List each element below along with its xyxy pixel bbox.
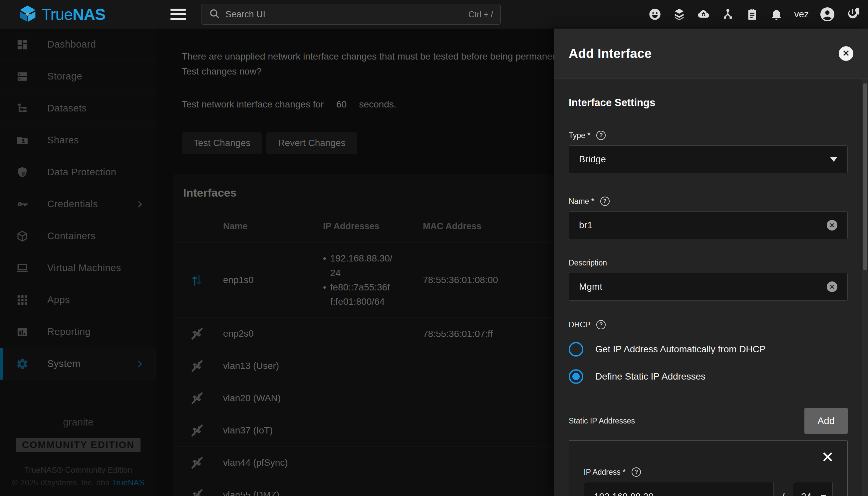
ip-address-label: IP Address * ? [584,467,833,477]
search-icon [209,8,220,21]
feedback-smiley-icon[interactable] [648,7,662,21]
description-input[interactable]: Mgmt ✕ [569,273,848,301]
chevron-down-icon [830,157,837,162]
search-placeholder: Search UI [225,9,463,20]
truenas-app: TrueNAS Search UI Ctrl + / [0,0,868,496]
add-interface-panel: Add Interface ✕ Interface Settings Type … [554,29,868,496]
user-avatar-icon[interactable] [820,7,835,22]
scrollbar[interactable] [862,79,868,496]
chevron-down-icon [820,495,826,496]
name-input[interactable]: br1 ✕ [569,211,848,239]
modal-backdrop[interactable] [0,29,554,496]
panel-header: Add Interface ✕ [554,29,868,78]
search-shortcut: Ctrl + / [468,10,493,19]
panel-title: Add Interface [569,46,652,61]
help-icon[interactable]: ? [596,131,605,140]
add-static-ip-button[interactable]: Add [804,408,848,434]
topbar: TrueNAS Search UI Ctrl + / [0,0,868,29]
jobs-clipboard-icon[interactable] [746,7,759,21]
scrollbar-thumb[interactable] [863,83,867,270]
help-icon[interactable]: ? [632,467,641,477]
username-text: vez [794,9,809,20]
delete-entry-icon[interactable]: ✕ [821,449,834,465]
truecommand-layers-icon[interactable] [673,7,686,21]
api-nodes-icon[interactable] [721,7,734,21]
static-ips-header: Static IP Addresses Add [569,408,848,434]
clear-icon[interactable]: ✕ [827,220,837,231]
truenas-connect-cloud-icon[interactable] [697,7,710,21]
radio-dhcp-auto[interactable]: Get IP Address Automatically from DHCP [569,342,848,357]
ip-input-row: 192.168.88.30 / 24 [584,482,833,496]
help-icon[interactable]: ? [600,197,610,206]
name-field-label: Name * ? [569,197,848,206]
panel-body: Interface Settings Type * ? Bridge Name … [554,79,862,496]
alerts-bell-icon[interactable] [770,7,783,21]
truenas-logo[interactable]: TrueNAS [0,4,105,24]
radio-static-ip[interactable]: Define Static IP Addresses [569,369,848,384]
truenas-logo-mark-icon [18,4,37,24]
search-input[interactable]: Search UI Ctrl + / [201,4,501,25]
menu-toggle-icon[interactable] [170,9,186,20]
radio-icon [569,342,583,357]
ip-address-input[interactable]: 192.168.88.30 [584,482,774,496]
radio-selected-icon [569,369,583,384]
section-title: Interface Settings [569,97,848,109]
static-ip-entry-card: ✕ IP Address * ? 192.168.88.30 / 24 [569,440,848,496]
type-select[interactable]: Bridge [569,145,848,173]
truenas-logo-text: TrueNAS [42,5,105,24]
close-icon[interactable]: ✕ [839,46,853,61]
help-icon[interactable]: ? [596,320,605,329]
topbar-actions: vez [648,0,859,29]
netmask-select[interactable]: 24 [793,482,833,496]
power-icon[interactable] [846,7,859,21]
type-field-label: Type * ? [569,131,848,140]
cidr-separator: / [782,491,785,496]
clear-icon[interactable]: ✕ [827,281,837,292]
dhcp-label: DHCP ? [569,320,848,329]
description-field-label: Description [569,259,848,267]
